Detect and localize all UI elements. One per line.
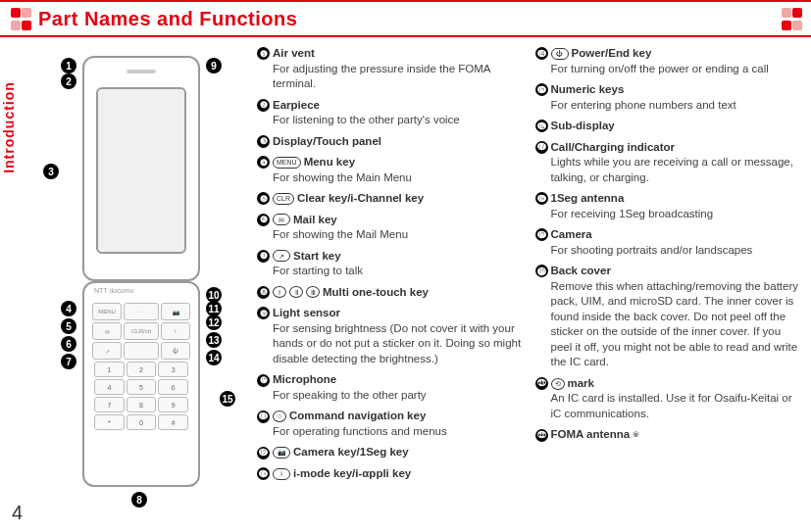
callout-9: 9	[206, 58, 222, 73]
callout-7: 7	[61, 354, 76, 369]
item-5: ❺CLRClear key/i-Channel key	[257, 191, 524, 207]
item-1: ❶Air ventFor adjusting the pressure insi…	[257, 46, 524, 92]
page-title: Part Names and Functions	[38, 8, 297, 30]
item-19: ⓳CameraFor shooting portraits and/or lan…	[535, 227, 802, 258]
start-key-icon: ↗	[92, 342, 122, 360]
callout-6: 6	[61, 336, 76, 352]
item-3: ❸Display/Touch panel	[257, 134, 524, 150]
callout-14: 14	[206, 350, 222, 365]
menu-key-icon: MENU	[92, 303, 122, 320]
item-21: ㉑⟲markAn IC card is installed. Use it fo…	[535, 376, 802, 422]
callout-3: 3	[43, 164, 59, 179]
callout-12: 12	[206, 314, 222, 330]
description-column-right: ⓮⏻Power/End keyFor turning on/off the po…	[535, 46, 802, 507]
clr-key-icon: CLR/ch	[124, 322, 159, 340]
phone-diagram: NTT docomo MENU ◦ 📷 ✉ CLR/ch i ↗ ⏻ 123 4…	[24, 46, 249, 507]
puzzle-icon	[10, 7, 30, 31]
numeric-keypad: 123 456 789 *0#	[94, 362, 188, 430]
puzzle-icon-right	[781, 7, 801, 31]
power-key-label-icon: ⏻	[551, 48, 569, 60]
imode-key-label-icon: i	[273, 468, 290, 480]
item-16: ⓰Sub-display	[535, 119, 802, 134]
menu-key-label-icon: MENU	[273, 157, 301, 169]
nav-key-icon: ◦	[124, 303, 159, 320]
item-8: ❽ⅠⅡⅢMulti one-touch key	[257, 285, 524, 301]
item-12: ⓬📷Camera key/1Seg key	[257, 445, 524, 460]
item-18: ⓲1Seg antennaFor receiving 1Seg broadcas…	[535, 191, 802, 221]
felica-mark-icon: ⟲	[551, 378, 565, 390]
nav-key-label-icon: ○	[273, 411, 286, 422]
callout-13: 13	[206, 332, 222, 348]
callout-5: 5	[61, 318, 76, 334]
mail-key-label-icon: ✉	[273, 214, 290, 225]
spacer-icon	[124, 342, 159, 360]
item-11: ⓫○Command navigation keyFor operating fu…	[257, 409, 524, 439]
phone-brand: NTT docomo	[94, 287, 133, 294]
item-9: ❾Light sensorFor sensing brightness (Do …	[257, 306, 524, 366]
mail-key-icon: ✉	[92, 322, 122, 340]
earpiece-icon	[127, 70, 156, 73]
description-column-left: ❶Air ventFor adjusting the pressure insi…	[257, 46, 524, 507]
phone-top-body	[82, 56, 200, 281]
power-key-icon: ⏻	[161, 342, 190, 360]
callout-15: 15	[220, 391, 235, 407]
page-header: Part Names and Functions	[0, 3, 811, 35]
item-13: ⓭ii-mode key/i-αppli key	[257, 466, 524, 482]
section-tab: Introduction	[0, 69, 18, 186]
item-15: ⓯Numeric keysFor entering phone numbers …	[535, 82, 802, 113]
callout-2: 2	[61, 73, 76, 89]
phone-display	[96, 87, 186, 254]
camera-key-label-icon: 📷	[273, 447, 290, 459]
item-4: ❹MENUMenu keyFor showing the Main Menu	[257, 155, 524, 185]
clr-key-label-icon: CLR	[273, 193, 294, 205]
camera-key-icon: 📷	[161, 303, 190, 320]
callout-8: 8	[131, 492, 147, 508]
section-tab-label: Introduction	[1, 81, 17, 173]
footnote-mark: ※	[633, 430, 639, 441]
imode-key-icon: i	[161, 322, 190, 340]
multi3-icon: Ⅲ	[306, 286, 320, 298]
item-7: ❼↗Start keyFor starting to talk	[257, 249, 524, 279]
item-17: ⓱Call/Charging indicatorLights while you…	[535, 140, 802, 186]
phone-keypad-body: NTT docomo MENU ◦ 📷 ✉ CLR/ch i ↗ ⏻ 123 4…	[82, 281, 200, 487]
item-22: ㉒FOMA antenna※	[535, 427, 802, 443]
callout-1: 1	[61, 58, 76, 73]
page-number: 4	[12, 502, 23, 524]
callout-4: 4	[61, 301, 76, 316]
item-6: ❻✉Mail keyFor showing the Mail Menu	[257, 213, 524, 243]
item-10: ❿MicrophoneFor speaking to the other par…	[257, 372, 524, 403]
start-key-label-icon: ↗	[273, 250, 290, 262]
item-2: ❷EarpieceFor listening to the other part…	[257, 98, 524, 128]
multi1-icon: Ⅰ	[273, 286, 286, 298]
item-14: ⓮⏻Power/End keyFor turning on/off the po…	[535, 46, 802, 76]
item-20: ⓴Back coverRemove this when attaching/re…	[535, 264, 802, 370]
multi2-icon: Ⅱ	[289, 286, 303, 298]
